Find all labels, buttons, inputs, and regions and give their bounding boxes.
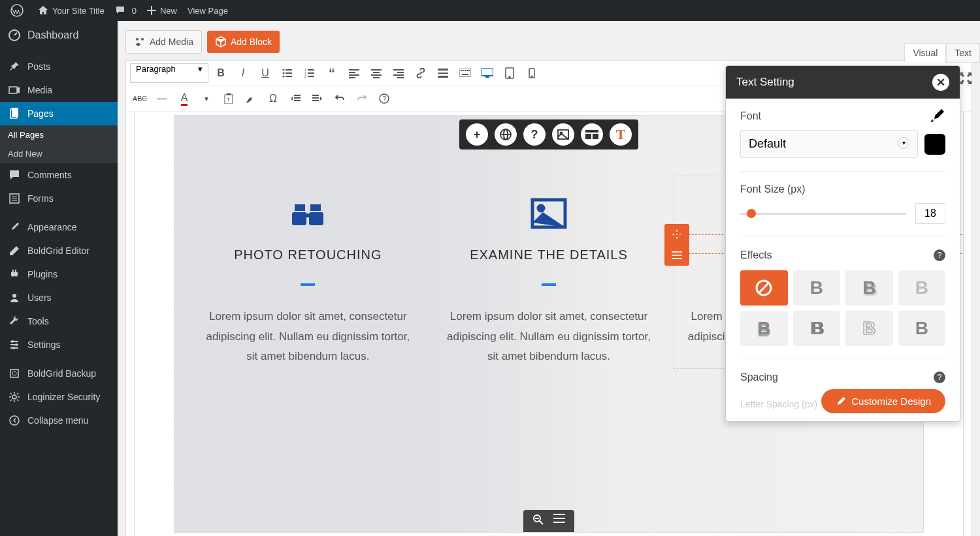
section-add-button[interactable]: +: [466, 123, 488, 146]
tablet-preview-button[interactable]: [500, 63, 519, 83]
panel-header[interactable]: Text Setting ✕: [726, 66, 960, 99]
desktop-preview-button[interactable]: [478, 63, 497, 83]
dashboard-icon: [8, 29, 21, 42]
section-image-button[interactable]: [552, 123, 574, 146]
text-color-dropdown[interactable]: ▼: [197, 89, 216, 108]
new-link[interactable]: New: [142, 6, 182, 16]
pages-icon: [8, 107, 21, 120]
paste-text-button[interactable]: T: [219, 89, 238, 108]
add-block-button[interactable]: Add Block: [207, 31, 280, 53]
slider-thumb[interactable]: [747, 209, 756, 218]
divider: [542, 283, 556, 286]
effect-2[interactable]: B: [845, 270, 893, 306]
bullet-list-button[interactable]: [278, 63, 297, 83]
add-media-label: Add Media: [150, 37, 193, 47]
sidebar-collapse[interactable]: Collapse menu: [0, 409, 118, 432]
text-color-button[interactable]: A: [174, 89, 194, 108]
sidebar-tools[interactable]: Tools: [0, 309, 118, 333]
column-1[interactable]: PHOTO RETOUCHING Lorem ipsum dolor sit a…: [194, 194, 422, 367]
svg-rect-47: [438, 73, 448, 74]
svg-rect-83: [292, 212, 306, 225]
svg-rect-57: [485, 76, 489, 78]
effect-1[interactable]: B: [793, 270, 841, 306]
align-center-button[interactable]: [367, 63, 386, 83]
redo-button[interactable]: [352, 89, 372, 108]
tab-visual[interactable]: Visual: [904, 43, 946, 63]
undo-button[interactable]: [330, 89, 350, 108]
sidebar-loginizer[interactable]: Loginizer Security: [0, 385, 118, 409]
section-text-button[interactable]: T: [610, 123, 632, 146]
mobile-preview-button[interactable]: [522, 63, 542, 83]
comments-link[interactable]: 0: [110, 5, 142, 16]
outdent-button[interactable]: [286, 89, 305, 108]
color-swatch[interactable]: [924, 134, 945, 155]
sidebar-plugins[interactable]: Plugins: [0, 262, 118, 286]
keyboard-button[interactable]: [455, 63, 475, 83]
column-2[interactable]: EXAMINE THE DETAILS Lorem ipsum dolor si…: [435, 194, 663, 367]
section-help-button[interactable]: ?: [523, 123, 546, 146]
submenu-add-new[interactable]: Add New: [0, 144, 118, 163]
strikethrough-button[interactable]: ABC: [130, 89, 150, 108]
divider: [301, 283, 315, 286]
section-globe-button[interactable]: [495, 123, 517, 146]
indent-button[interactable]: [308, 89, 327, 108]
wp-logo[interactable]: [5, 4, 33, 17]
underline-button[interactable]: U: [255, 63, 275, 83]
font-dropdown[interactable]: Default ▾: [740, 130, 918, 158]
sidebar-comments[interactable]: Comments: [0, 163, 118, 187]
tab-text[interactable]: Text: [946, 43, 980, 63]
font-size-slider[interactable]: [740, 213, 906, 215]
sidebar-forms[interactable]: Forms: [0, 187, 118, 210]
customize-design-button[interactable]: Customize Design: [821, 389, 945, 413]
sidebar-dashboard[interactable]: Dashboard: [0, 21, 118, 50]
effect-7[interactable]: B: [898, 311, 946, 346]
effect-5[interactable]: B: [793, 311, 841, 346]
spacing-help-icon[interactable]: ?: [934, 371, 945, 383]
effect-3[interactable]: B: [898, 270, 946, 306]
sidebar-boldgrid-backup[interactable]: BoldGrid Backup: [0, 362, 118, 385]
format-dropdown[interactable]: Paragraph: [130, 63, 208, 83]
site-title-link[interactable]: Your Site Title: [33, 5, 110, 16]
italic-button[interactable]: I: [233, 63, 253, 83]
bold-button[interactable]: B: [211, 63, 231, 83]
sidebar-users[interactable]: Users: [0, 286, 118, 309]
zoom-out-button[interactable]: [532, 514, 544, 528]
effect-6[interactable]: B: [845, 311, 893, 346]
blockquote-button[interactable]: “: [322, 63, 342, 83]
effect-4[interactable]: B: [740, 311, 788, 346]
sidebar-pages[interactable]: Pages: [0, 102, 118, 125]
sidebar-settings[interactable]: Settings: [0, 333, 118, 356]
align-right-button[interactable]: [389, 63, 408, 83]
sidebar-boldgrid-editor[interactable]: BoldGrid Editor: [0, 239, 118, 262]
sidebar-appearance[interactable]: Appearance: [0, 215, 118, 239]
readmore-button[interactable]: [433, 63, 453, 83]
view-page-link[interactable]: View Page: [182, 6, 233, 16]
svg-rect-101: [553, 522, 565, 523]
svg-rect-63: [227, 93, 231, 95]
fullscreen-toggle[interactable]: [959, 72, 972, 85]
svg-rect-38: [373, 72, 380, 73]
sidebar-media[interactable]: Media: [0, 78, 118, 102]
sidebar-loginizer-label: Loginizer Security: [27, 392, 100, 402]
zoom-menu-button[interactable]: [553, 514, 565, 528]
clear-format-button[interactable]: [241, 89, 261, 108]
sidebar-posts[interactable]: Posts: [0, 55, 118, 78]
add-media-button[interactable]: Add Media: [125, 30, 202, 54]
section-layout-button[interactable]: [581, 123, 603, 146]
align-left-button[interactable]: [344, 63, 364, 83]
panel-close-button[interactable]: ✕: [932, 74, 949, 91]
help-button[interactable]: ?: [374, 89, 394, 108]
font-size-value[interactable]: 18: [915, 203, 945, 224]
svg-rect-33: [349, 69, 359, 71]
link-button[interactable]: [411, 63, 431, 83]
hr-button[interactable]: —: [152, 89, 172, 108]
gear-icon: [8, 390, 21, 403]
effects-help-icon[interactable]: ?: [934, 249, 945, 261]
new-label: New: [160, 6, 177, 16]
submenu-all-pages[interactable]: All Pages: [0, 125, 118, 144]
effect-none[interactable]: [740, 270, 788, 306]
number-list-button[interactable]: 123: [300, 63, 319, 83]
customize-design-label: Customize Design: [851, 396, 931, 407]
special-char-button[interactable]: Ω: [263, 89, 283, 108]
binoculars-icon: [201, 194, 416, 233]
